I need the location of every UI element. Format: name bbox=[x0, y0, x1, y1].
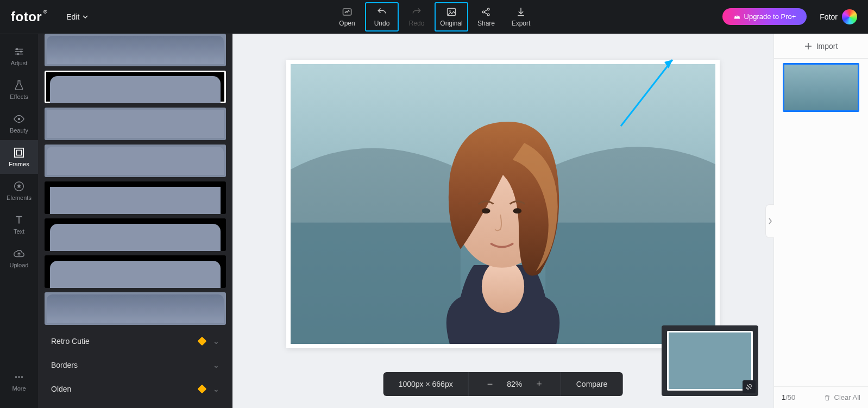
nav-adjust[interactable]: Adjust bbox=[0, 39, 38, 73]
svg-rect-11 bbox=[16, 150, 21, 155]
frame-preset[interactable] bbox=[45, 218, 226, 251]
trash-icon bbox=[823, 394, 831, 401]
frame-preset[interactable] bbox=[45, 255, 226, 288]
svg-point-2 bbox=[449, 10, 451, 11]
sliders-icon bbox=[13, 46, 25, 58]
text-icon bbox=[13, 214, 25, 226]
svg-point-6 bbox=[16, 48, 18, 51]
svg-point-5 bbox=[487, 14, 489, 16]
thumbnail-list bbox=[774, 59, 868, 386]
zoom-in-button[interactable]: + bbox=[533, 379, 545, 390]
chevron-right-icon bbox=[768, 218, 772, 224]
nav-upload[interactable]: Upload bbox=[0, 241, 38, 275]
crown-icon bbox=[733, 13, 741, 21]
premium-icon bbox=[198, 337, 207, 346]
star-circle-icon bbox=[13, 180, 25, 192]
nav-frames[interactable]: Frames bbox=[0, 140, 38, 174]
frames-category[interactable]: Olden ⌄ bbox=[45, 377, 226, 401]
user-menu[interactable]: Fotor bbox=[820, 9, 857, 24]
canvas-area: 1000px × 666px − 82% + Compare bbox=[232, 34, 773, 408]
open-button[interactable]: Open bbox=[330, 2, 364, 32]
frame-preset[interactable] bbox=[45, 145, 226, 177]
undo-button[interactable]: Undo bbox=[365, 2, 399, 32]
eye-icon bbox=[13, 113, 25, 125]
mini-map[interactable] bbox=[662, 325, 758, 396]
chevron-down-icon: ⌄ bbox=[213, 361, 219, 369]
svg-rect-10 bbox=[15, 148, 24, 158]
nav-effects[interactable]: Effects bbox=[0, 73, 38, 106]
chevron-down-icon: ⌄ bbox=[213, 385, 219, 393]
share-icon bbox=[481, 7, 492, 17]
nav-text[interactable]: Text bbox=[0, 208, 38, 241]
svg-point-18 bbox=[482, 260, 524, 313]
rail-footer: 1/50 Clear All bbox=[774, 386, 868, 408]
upgrade-button[interactable]: Upgrade to Pro+ bbox=[722, 8, 807, 25]
avatar-icon bbox=[842, 9, 857, 24]
frame-preset[interactable] bbox=[45, 108, 226, 140]
download-icon bbox=[515, 7, 526, 17]
rail-expand-button[interactable] bbox=[765, 204, 774, 238]
original-button[interactable]: Original bbox=[435, 2, 468, 32]
svg-point-21 bbox=[513, 208, 522, 214]
frames-panel: Retro Cutie ⌄ Borders ⌄ Olden ⌄ bbox=[38, 34, 232, 408]
svg-point-7 bbox=[20, 51, 22, 53]
mini-map-image bbox=[667, 331, 753, 391]
chevron-down-icon: ⌄ bbox=[213, 337, 219, 346]
redo-button[interactable]: Redo bbox=[400, 2, 433, 32]
zoom-out-button[interactable]: − bbox=[484, 379, 496, 390]
frame-preset[interactable] bbox=[45, 34, 226, 66]
redo-icon bbox=[411, 7, 422, 17]
undo-icon bbox=[376, 7, 387, 17]
frame-icon bbox=[13, 147, 25, 159]
more-icon bbox=[13, 371, 25, 383]
compare-button[interactable]: Compare bbox=[561, 372, 623, 396]
export-button[interactable]: Export bbox=[504, 2, 538, 32]
svg-point-13 bbox=[15, 376, 17, 378]
flask-icon bbox=[13, 79, 25, 91]
app-logo[interactable]: fotor® bbox=[11, 9, 42, 24]
status-bar: 1000px × 666px − 82% + Compare bbox=[383, 372, 623, 396]
nav-more[interactable]: More bbox=[0, 365, 38, 398]
canvas-dimensions: 1000px × 666px bbox=[383, 372, 469, 396]
svg-point-14 bbox=[18, 376, 20, 378]
thumbnail[interactable] bbox=[783, 63, 859, 112]
frame-preset[interactable] bbox=[45, 292, 226, 325]
frame-preset[interactable] bbox=[45, 181, 226, 214]
right-rail: Import 1/50 Clear All bbox=[773, 34, 868, 408]
edit-menu-button[interactable]: Edit bbox=[66, 12, 88, 21]
svg-point-15 bbox=[21, 376, 23, 378]
nav-beauty[interactable]: Beauty bbox=[0, 106, 38, 140]
mini-map-toggle[interactable] bbox=[743, 380, 756, 393]
image-icon bbox=[446, 7, 457, 17]
nav-elements[interactable]: Elements bbox=[0, 174, 38, 208]
premium-icon bbox=[198, 385, 207, 394]
svg-point-3 bbox=[482, 11, 485, 13]
image-count: 1/50 bbox=[782, 393, 795, 401]
import-button[interactable]: Import bbox=[774, 34, 868, 59]
frames-category[interactable]: Borders ⌄ bbox=[45, 353, 226, 377]
svg-marker-23 bbox=[664, 60, 672, 68]
frames-category[interactable]: Retro Cutie ⌄ bbox=[45, 329, 226, 353]
svg-point-8 bbox=[17, 53, 19, 55]
frame-preset[interactable] bbox=[45, 71, 226, 103]
zoom-value: 82% bbox=[507, 380, 522, 388]
cloud-upload-icon bbox=[13, 248, 25, 260]
svg-line-22 bbox=[621, 60, 672, 126]
expand-icon bbox=[746, 384, 752, 390]
annotation-arrow bbox=[613, 50, 683, 131]
svg-point-20 bbox=[482, 208, 490, 214]
open-icon bbox=[342, 7, 353, 17]
app-header: fotor® Edit Open Undo Redo Original Shar… bbox=[0, 0, 868, 34]
svg-point-9 bbox=[18, 118, 21, 121]
share-button[interactable]: Share bbox=[469, 2, 503, 32]
plus-icon bbox=[804, 42, 812, 50]
chevron-down-icon bbox=[83, 15, 88, 18]
header-toolbar: Open Undo Redo Original Share Export bbox=[330, 2, 538, 32]
svg-point-4 bbox=[487, 8, 489, 10]
left-nav: Adjust Effects Beauty Frames Elements Te… bbox=[0, 34, 38, 408]
clear-all-button[interactable]: Clear All bbox=[823, 393, 860, 401]
